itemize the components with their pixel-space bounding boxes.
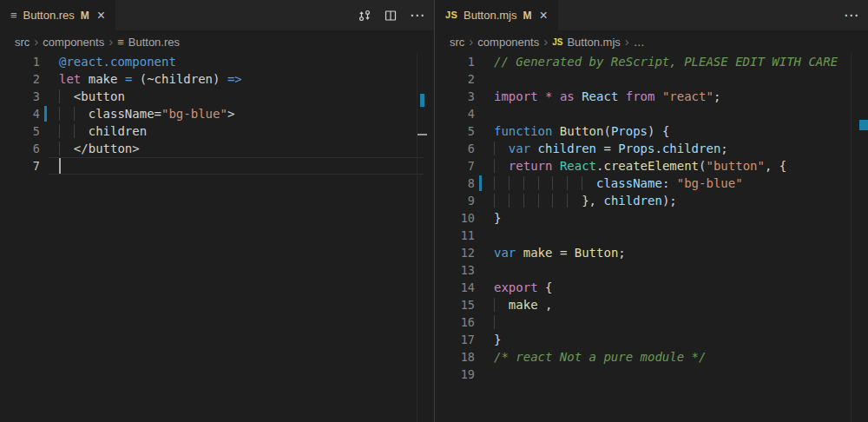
code-line[interactable]: 18/* react Not a pure module */ bbox=[435, 348, 868, 366]
code-line[interactable]: 4 className="bg-blue"> bbox=[0, 105, 434, 122]
tab-button-res[interactable]: ≡ Button.res M × bbox=[0, 0, 115, 30]
line-number: 2 bbox=[435, 70, 475, 88]
code-line[interactable]: 11 bbox=[435, 227, 868, 244]
code-line[interactable]: 7 return React.createElement("button", { bbox=[435, 157, 868, 175]
line-number: 7 bbox=[435, 157, 475, 175]
code-text: make , bbox=[494, 296, 552, 313]
tab-label: Button.res bbox=[23, 9, 75, 22]
code-text: var children = Props.children; bbox=[494, 140, 728, 157]
code-line[interactable]: 17} bbox=[435, 331, 868, 348]
code-text: <button bbox=[59, 88, 125, 105]
breadcrumb-item-components[interactable]: components bbox=[43, 36, 104, 49]
editor-pane-right: JS Button.mjs M × ⋯ src › components › J… bbox=[434, 0, 868, 422]
line-number: 13 bbox=[435, 261, 475, 279]
code-line[interactable]: 1@react.component bbox=[0, 53, 434, 70]
chevron-right-icon: › bbox=[625, 35, 629, 48]
code-text: className: "bg-blue" bbox=[494, 175, 743, 192]
code-text: export { bbox=[494, 279, 552, 296]
modified-badge: M bbox=[81, 10, 89, 22]
code-line[interactable]: 4 bbox=[435, 105, 868, 122]
editor-actions-left: ⋯ bbox=[358, 0, 425, 30]
tab-label: Button.mjs bbox=[464, 9, 516, 22]
line-number: 3 bbox=[0, 88, 40, 105]
breadcrumb-item-components[interactable]: components bbox=[477, 36, 539, 49]
javascript-file-icon: JS bbox=[445, 10, 457, 20]
chevron-right-icon: › bbox=[108, 35, 113, 48]
line-number: 5 bbox=[0, 122, 40, 140]
code-editor-left[interactable]: 1@react.component2let make = (~children)… bbox=[0, 53, 434, 422]
code-line[interactable]: 6 </button> bbox=[0, 140, 434, 157]
breadcrumb-item-src[interactable]: src bbox=[450, 36, 464, 49]
code-line[interactable]: 3 <button bbox=[0, 88, 434, 105]
code-text: /* react Not a pure module */ bbox=[494, 348, 706, 366]
editor-pane-left: ≡ Button.res M × bbox=[0, 0, 434, 422]
code-line[interactable]: 7 bbox=[0, 157, 434, 175]
code-line[interactable]: 8 className: "bg-blue" bbox=[435, 175, 868, 192]
code-line[interactable]: 15 make , bbox=[435, 296, 868, 313]
breadcrumb-item-file[interactable]: Button.mjs bbox=[567, 36, 620, 49]
file-list-icon: ≡ bbox=[10, 10, 17, 21]
line-number: 5 bbox=[435, 122, 475, 140]
javascript-file-icon: JS bbox=[552, 37, 562, 47]
code-line[interactable]: 1// Generated by ReScript, PLEASE EDIT W… bbox=[435, 53, 868, 70]
code-line[interactable]: 19 bbox=[435, 366, 868, 383]
breadcrumb-item-src[interactable]: src bbox=[15, 36, 30, 49]
line-number: 15 bbox=[435, 296, 475, 313]
more-actions-icon[interactable]: ⋯ bbox=[844, 6, 859, 24]
code-text: function Button(Props) { bbox=[494, 122, 669, 140]
close-icon[interactable]: × bbox=[539, 9, 547, 23]
breadcrumb-item-file[interactable]: Button.res bbox=[128, 36, 180, 49]
line-number: 1 bbox=[435, 53, 475, 70]
close-icon[interactable]: × bbox=[97, 9, 105, 23]
line-number: 14 bbox=[435, 279, 475, 296]
line-number: 4 bbox=[0, 105, 40, 122]
code-line[interactable]: 16 bbox=[435, 313, 868, 331]
open-changes-icon[interactable] bbox=[358, 9, 372, 23]
code-line[interactable]: 5 children bbox=[0, 122, 434, 140]
line-number: 3 bbox=[435, 88, 475, 105]
modified-line-marker bbox=[44, 106, 47, 122]
chevron-right-icon: › bbox=[469, 35, 473, 48]
line-number: 1 bbox=[0, 53, 40, 70]
code-line[interactable]: 10} bbox=[435, 209, 868, 227]
code-text: className="bg-blue"> bbox=[59, 105, 234, 122]
code-text: var make = Button; bbox=[494, 244, 626, 261]
split-editor-icon[interactable] bbox=[384, 9, 398, 23]
code-line[interactable]: 12var make = Button; bbox=[435, 244, 868, 261]
tab-bar-left: ≡ Button.res M × bbox=[0, 0, 434, 30]
code-text: </button> bbox=[59, 140, 140, 157]
tab-button-mjs[interactable]: JS Button.mjs M × bbox=[435, 0, 558, 30]
line-number: 7 bbox=[0, 157, 40, 175]
code-text: } bbox=[494, 331, 501, 348]
code-editor-right[interactable]: 1// Generated by ReScript, PLEASE EDIT W… bbox=[435, 53, 868, 422]
line-number: 16 bbox=[435, 313, 475, 331]
vscode-window: ≡ Button.res M × bbox=[0, 0, 868, 422]
file-list-icon: ≡ bbox=[117, 36, 124, 49]
code-line[interactable]: 2 bbox=[435, 70, 868, 88]
editor-actions-right: ⋯ bbox=[844, 0, 859, 30]
text-cursor bbox=[59, 158, 61, 174]
code-line[interactable]: 6 var children = Props.children; bbox=[435, 140, 868, 157]
code-text: // Generated by ReScript, PLEASE EDIT WI… bbox=[494, 53, 838, 70]
breadcrumb-item-symbol-more[interactable]: … bbox=[634, 36, 645, 49]
code-text: }, children); bbox=[494, 192, 677, 209]
code-line[interactable]: 14export { bbox=[435, 279, 868, 296]
modified-marker bbox=[420, 94, 424, 107]
code-line[interactable]: 2let make = (~children) => bbox=[0, 70, 434, 88]
breadcrumb-left: src › components › ≡ Button.res bbox=[0, 30, 434, 53]
code-text: children bbox=[59, 122, 147, 140]
scrollbar-edge bbox=[851, 53, 852, 422]
code-text: return React.createElement("button", { bbox=[494, 157, 786, 175]
code-line[interactable]: 13 bbox=[435, 261, 868, 279]
code-text: let make = (~children) => bbox=[59, 70, 242, 88]
line-number: 18 bbox=[435, 348, 475, 366]
modified-badge: M bbox=[523, 10, 531, 22]
modified-line-marker bbox=[479, 175, 482, 191]
line-number: 11 bbox=[435, 227, 475, 244]
line-number: 6 bbox=[435, 140, 475, 157]
code-text: import * as React from "react"; bbox=[494, 88, 720, 105]
code-line[interactable]: 9 }, children); bbox=[435, 192, 868, 209]
code-line[interactable]: 5function Button(Props) { bbox=[435, 122, 868, 140]
code-line[interactable]: 3import * as React from "react"; bbox=[435, 88, 868, 105]
more-actions-icon[interactable]: ⋯ bbox=[410, 6, 425, 24]
